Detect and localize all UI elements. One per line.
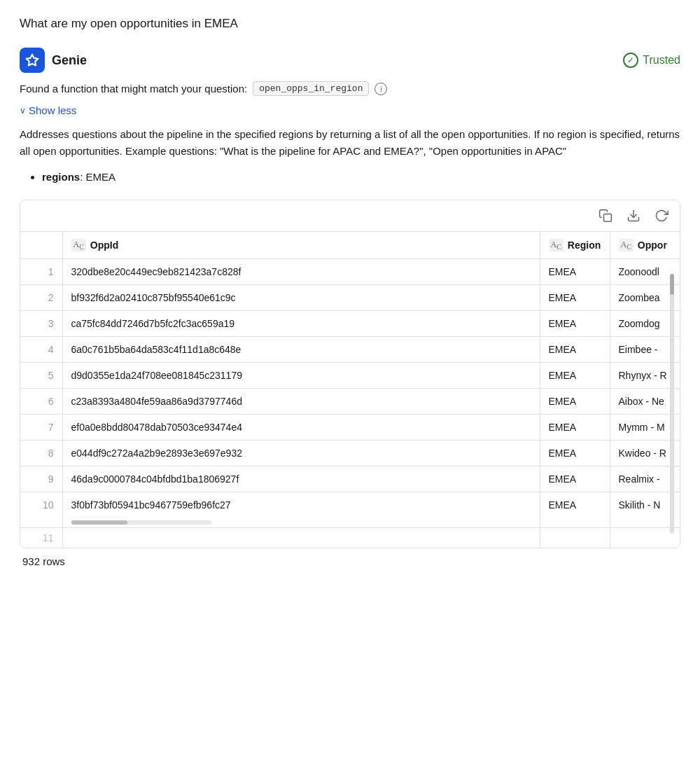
cell-region: EMEA [540, 285, 610, 311]
col-header-oppid[interactable]: AC OppId [62, 232, 540, 259]
col-type-icon-oppid: AC [71, 239, 86, 251]
row-number: 5 [20, 363, 62, 389]
cell-region: EMEA [540, 259, 610, 285]
cell-opportunity: Rhynyx - R [610, 363, 680, 389]
data-table: AC OppId AC Region AC [20, 232, 680, 548]
cell-opp-id: d9d0355e1da24f708ee081845c231179 [62, 363, 540, 389]
next-row-indicator: 11 [20, 528, 680, 548]
cell-opportunity: Zoonoodl [610, 259, 680, 285]
cell-region: EMEA [540, 415, 610, 441]
row-number: 7 [20, 415, 62, 441]
genie-icon [20, 48, 45, 73]
col-header-region[interactable]: AC Region [540, 232, 610, 259]
copy-icon[interactable] [598, 209, 612, 223]
params-list: regions: EMEA [20, 171, 680, 183]
cell-opportunity: Realmix - [610, 466, 680, 492]
cell-opp-id: bf932f6d2a02410c875bf95540e61c9c [62, 285, 540, 311]
col-label-opportunity: Oppor [638, 240, 667, 251]
col-header-rownum [20, 232, 62, 259]
cell-opp-id: 6a0c761b5ba64da583c4f11d1a8c648e [62, 337, 540, 363]
table-row: 103f0bf73bf05941bc9467759efb96fc27EMEASk… [20, 492, 680, 518]
table-row: 8e044df9c272a4a2b9e2893e3e697e932EMEAKwi… [20, 441, 680, 466]
function-description: Addresses questions about the pipeline i… [20, 126, 680, 160]
param-value: EMEA [86, 171, 116, 183]
refresh-icon[interactable] [654, 209, 668, 223]
col-type-icon-opportunity: AC [619, 239, 634, 251]
cell-region: EMEA [540, 311, 610, 337]
cell-opportunity: Zoomdog [610, 311, 680, 337]
svg-rect-1 [604, 214, 612, 222]
genie-card: Genie ✓ Trusted Found a function that mi… [14, 48, 686, 567]
table-row: 1320dbe8e20c449ec9eb821423a7c828fEMEAZoo… [20, 259, 680, 285]
chevron-down-icon: ∨ [20, 106, 26, 116]
table-header-row: AC OppId AC Region AC [20, 232, 680, 259]
show-less-button[interactable]: ∨ Show less [20, 102, 76, 119]
vertical-scrollbar[interactable] [670, 274, 674, 534]
download-icon[interactable] [626, 209, 640, 223]
horizontal-scrollbar-row [20, 518, 680, 528]
cell-opportunity: Kwideo - R [610, 441, 680, 466]
cell-opp-id: 3f0bf73bf05941bc9467759efb96fc27 [62, 492, 540, 518]
row-number: 2 [20, 285, 62, 311]
table-row: 5d9d0355e1da24f708ee081845c231179EMEARhy… [20, 363, 680, 389]
table-wrapper: AC OppId AC Region AC [20, 232, 680, 548]
cell-region: EMEA [540, 363, 610, 389]
cell-region: EMEA [540, 492, 610, 518]
cell-opportunity: Aibox - Ne [610, 389, 680, 415]
trusted-badge: ✓ Trusted [623, 53, 680, 68]
table-row: 3ca75fc84dd7246d7b5fc2fc3ac659a19EMEAZoo… [20, 311, 680, 337]
table-row: 6c23a8393a4804fe59aa86a9d3797746dEMEAAib… [20, 389, 680, 415]
row-number: 9 [20, 466, 62, 492]
row-number: 6 [20, 389, 62, 415]
table-row: 2bf932f6d2a02410c875bf95540e61c9cEMEAZoo… [20, 285, 680, 311]
cell-opp-id: ef0a0e8bdd80478dab70503ce93474e4 [62, 415, 540, 441]
col-label-region: Region [568, 240, 601, 251]
cell-opp-id: ca75fc84dd7246d7b5fc2fc3ac659a19 [62, 311, 540, 337]
col-header-opportunity[interactable]: AC Oppor [610, 232, 680, 259]
show-less-label: Show less [29, 104, 76, 116]
cell-region: EMEA [540, 441, 610, 466]
table-toolbar [20, 200, 680, 232]
param-item: regions: EMEA [42, 171, 680, 183]
results-table-container: AC OppId AC Region AC [20, 200, 680, 548]
cell-opp-id: 46da9c0000784c04bfdbd1ba1806927f [62, 466, 540, 492]
genie-title-area: Genie [20, 48, 87, 73]
cell-opportunity: Zoombea [610, 285, 680, 311]
svg-marker-0 [27, 55, 38, 66]
cell-opportunity: Mymm - M [610, 415, 680, 441]
row-number: 3 [20, 311, 62, 337]
row-number: 1 [20, 259, 62, 285]
row-number: 4 [20, 337, 62, 363]
info-icon[interactable]: i [374, 83, 387, 95]
function-text: Found a function that might match your q… [20, 83, 247, 95]
table-row: 946da9c0000784c04bfdbd1ba1806927fEMEARea… [20, 466, 680, 492]
table-row: 7ef0a0e8bdd80478dab70503ce93474e4EMEAMym… [20, 415, 680, 441]
col-label-oppid: OppId [90, 240, 118, 251]
genie-name: Genie [52, 53, 87, 68]
row-count: 932 rows [20, 555, 680, 567]
col-type-icon-region: AC [549, 239, 564, 251]
cell-opportunity: Eimbee - [610, 337, 680, 363]
cell-opportunity: Skilith - N [610, 492, 680, 518]
horizontal-scrollbar-thumb[interactable] [71, 520, 127, 525]
row-number: 10 [20, 492, 62, 518]
horizontal-scrollbar[interactable] [71, 520, 211, 525]
row-number: 8 [20, 441, 62, 466]
cell-region: EMEA [540, 466, 610, 492]
cell-opp-id: e044df9c272a4a2b9e2893e3e697e932 [62, 441, 540, 466]
genie-header: Genie ✓ Trusted [20, 48, 680, 73]
cell-region: EMEA [540, 389, 610, 415]
param-name: regions [42, 171, 80, 183]
scrollbar-thumb[interactable] [670, 274, 674, 295]
function-badge: open_opps_in_region [253, 81, 369, 96]
cell-region: EMEA [540, 337, 610, 363]
trusted-label: Trusted [643, 54, 680, 67]
table-row: 46a0c761b5ba64da583c4f11d1a8c648eEMEAEim… [20, 337, 680, 363]
cell-opp-id: 320dbe8e20c449ec9eb821423a7c828f [62, 259, 540, 285]
cell-opp-id: c23a8393a4804fe59aa86a9d3797746d [62, 389, 540, 415]
trusted-checkmark-icon: ✓ [623, 53, 638, 68]
function-line: Found a function that might match your q… [20, 81, 680, 96]
page-question: What are my open opportunities in EMEA [14, 17, 686, 31]
